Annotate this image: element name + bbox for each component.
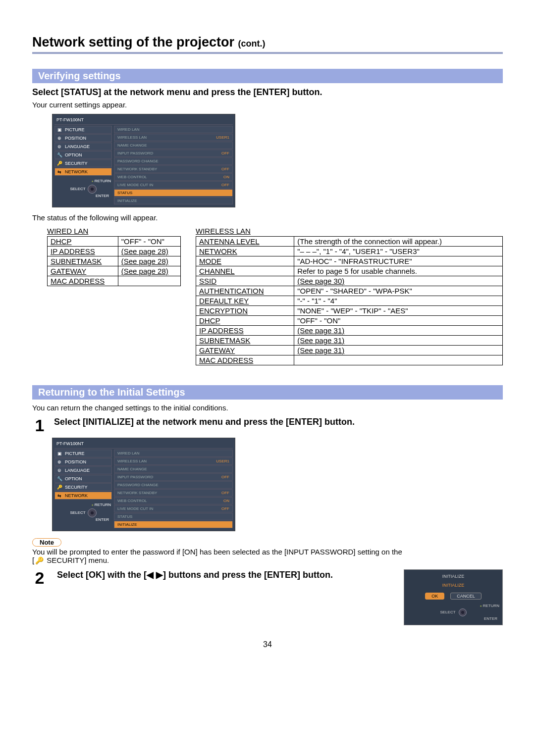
step-2-number: 2 (32, 569, 47, 586)
osd-item-picture: ▣PICTURE (54, 126, 112, 134)
osd-row: WIRED LAN (114, 126, 233, 133)
section-returning: Returning to the Initial Settings (32, 385, 503, 400)
divider (32, 52, 503, 54)
section-verifying: Verifying settings (32, 69, 503, 83)
osd-item-security: 🔑SECURITY (54, 159, 112, 167)
osd-row: NAME CHANGE (114, 142, 233, 149)
osd-item-option: 🔧OPTION (54, 151, 112, 159)
note-text: You will be prompted to enter the passwo… (32, 548, 503, 564)
osd-row: NETWORK STANDBYOFF (114, 165, 233, 173)
ok-button[interactable]: OK (425, 593, 444, 600)
note-badge: Note (32, 538, 61, 547)
osd-item-position: ⊕POSITION (54, 134, 112, 142)
osd-row: INITIALIZE (114, 197, 233, 204)
osd-row: WEB CONTROLON (114, 173, 233, 181)
wired-lan-table: WIRED LAN DHCP"OFF" - "ON" IP ADDRESS(Se… (47, 227, 181, 286)
osd-left-nav: ▣PICTURE ⊕POSITION ⊜LANGUAGE 🔧OPTION 🔑SE… (54, 126, 112, 205)
step-1-text: Select [INITIALIZE] at the network menu … (54, 417, 503, 427)
osd-row: WIRELESS LANUSER1 (114, 134, 233, 141)
osd-menu-initialize: PT-FW100NT ▣PICTURE ⊕POSITION ⊜LANGUAGE … (52, 438, 235, 531)
verify-text1: Your current settings appear. (32, 101, 503, 109)
step-2-text: Select [OK] with the [◀ ▶] buttons and p… (57, 569, 394, 580)
osd-title: PT-FW100NT (54, 116, 233, 125)
osd-row-initialize: INITIALIZE (114, 521, 233, 528)
initialize-dialog: INITIALIZE INITIALIZE OK CANCEL RETURN S… (404, 569, 503, 625)
dpad-icon (88, 508, 97, 517)
osd-select-label: SELECT (70, 187, 85, 192)
osd-item-language: ⊜LANGUAGE (54, 143, 112, 151)
key-icon: 🔑 (34, 556, 45, 564)
osd-item-network: ⇆NETWORK (54, 168, 112, 176)
osd-row: PASSWORD CHANGE (114, 157, 233, 165)
dpad-icon (459, 608, 467, 616)
step-1-number: 1 (32, 417, 47, 434)
dpad-icon (88, 185, 97, 194)
osd-return: RETURN (54, 179, 112, 184)
page-number: 34 (32, 640, 503, 649)
osd-row: INPUT PASSWORDOFF (114, 150, 233, 157)
osd-menu-status: PT-FW100NT ▣PICTURE ⊕POSITION ⊜LANGUAGE … (52, 114, 235, 207)
osd-enter: ENTER (54, 194, 112, 199)
verify-text2: The status of the following will appear. (32, 213, 503, 222)
osd-row-status: STATUS (114, 189, 233, 197)
osd-row: LIVE MODE CUT INOFF (114, 181, 233, 189)
page-title: Network setting of the projector (cont.) (32, 35, 503, 50)
osd-right-panel: WIRED LAN WIRELESS LANUSER1 NAME CHANGE … (114, 126, 233, 205)
verify-instruction: Select [STATUS] at the network menu and … (32, 87, 503, 98)
cancel-button[interactable]: CANCEL (450, 593, 482, 600)
wireless-lan-table: WIRELESS LAN ANTENNA LEVEL(The strength … (196, 227, 503, 365)
return-intro: You can return the changed settings to t… (32, 403, 503, 412)
